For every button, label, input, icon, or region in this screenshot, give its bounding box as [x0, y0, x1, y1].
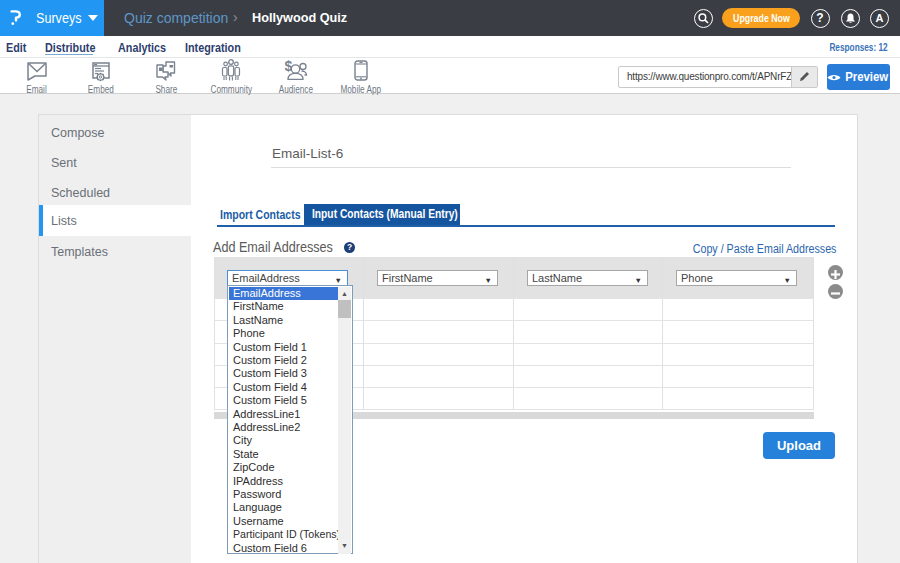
svg-text:$: $	[285, 59, 293, 74]
